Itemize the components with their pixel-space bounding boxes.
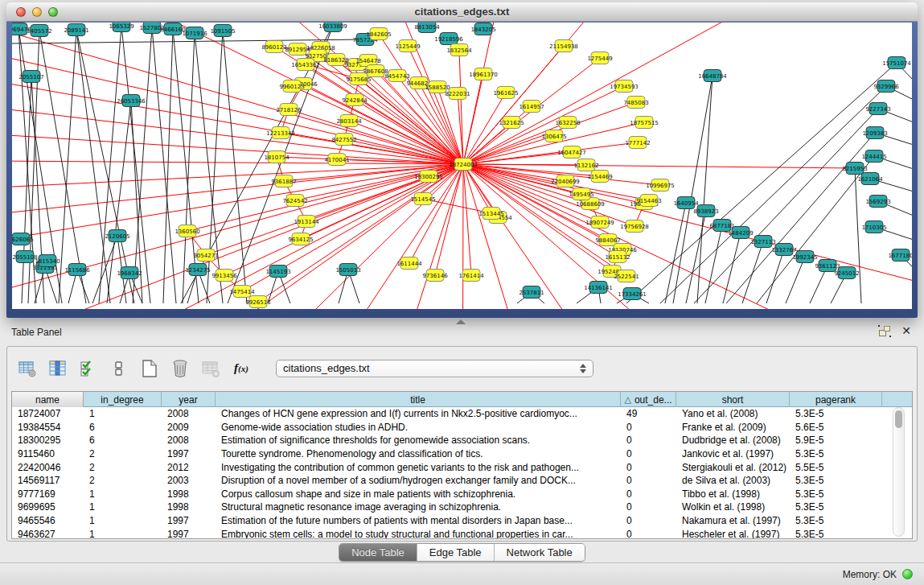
- close-panel-icon[interactable]: ✕: [901, 326, 911, 336]
- graph-node[interactable]: 1115686: [64, 264, 90, 276]
- table-row[interactable]: 1456911722003Disruption of a novel membe…: [12, 474, 912, 488]
- table-row[interactable]: 1872400712008Changes of HCN gene express…: [12, 407, 912, 421]
- graph-node[interactable]: 1968342: [117, 267, 142, 279]
- graph-node[interactable]: 1569293: [865, 196, 890, 208]
- graph-node[interactable]: 1071916: [182, 27, 207, 39]
- selection-mode-icon[interactable]: [78, 358, 99, 379]
- graph-node[interactable]: 1514545: [410, 193, 435, 205]
- graph-node[interactable]: 19218596: [434, 33, 463, 45]
- delete-column-icon[interactable]: [170, 358, 191, 379]
- tab-node-table[interactable]: Node Table: [339, 544, 417, 561]
- table-mode-icon[interactable]: [17, 358, 38, 379]
- column-header-title[interactable]: title: [216, 392, 621, 407]
- graph-node[interactable]: 1761414: [458, 270, 484, 282]
- graph-node[interactable]: 1677180: [888, 249, 912, 262]
- graph-node[interactable]: 1145193: [265, 266, 290, 278]
- graph-node[interactable]: 1360560: [175, 225, 199, 237]
- close-button[interactable]: [16, 7, 26, 17]
- graph-node[interactable]: 1091505: [210, 25, 235, 37]
- graph-node[interactable]: 1495495: [569, 188, 593, 200]
- graph-node[interactable]: 2055108: [12, 251, 37, 263]
- graph-node[interactable]: 10996975: [646, 179, 675, 192]
- graph-node[interactable]: 4170041: [324, 154, 349, 166]
- graph-node[interactable]: 1275449: [587, 52, 612, 64]
- graph-node[interactable]: 1234275: [185, 264, 210, 276]
- graph-node[interactable]: 2089141: [64, 24, 88, 36]
- graph-node[interactable]: 9245012: [834, 267, 859, 279]
- table-selector-dropdown[interactable]: citations_edges.txt: [276, 360, 593, 377]
- window-titlebar[interactable]: citations_edges.txt: [6, 2, 918, 22]
- graph-node[interactable]: 1321625: [499, 117, 524, 129]
- graph-node[interactable]: 1513445: [478, 208, 503, 220]
- graph-node[interactable]: 1710305: [861, 221, 886, 233]
- network-canvas[interactable]: 1969476140557220891411065329152780284661…: [12, 23, 912, 309]
- scrollbar-thumb[interactable]: [895, 410, 902, 428]
- graph-node[interactable]: 1132162: [573, 159, 598, 171]
- graph-node[interactable]: 26053346: [117, 95, 146, 107]
- graph-node[interactable]: 8427552: [331, 134, 356, 146]
- float-panel-icon[interactable]: [879, 326, 890, 336]
- graph-node[interactable]: 1961625: [493, 87, 518, 99]
- column-header-short[interactable]: short: [676, 392, 790, 407]
- graph-node[interactable]: 22040699: [551, 175, 580, 187]
- graph-node[interactable]: 19734593: [610, 80, 639, 93]
- graph-node[interactable]: 2537811: [519, 286, 544, 299]
- table-row[interactable]: 946362711997Embryonic stem cells: a mode…: [12, 527, 912, 538]
- graph-node[interactable]: 1244415: [861, 150, 886, 163]
- graph-node[interactable]: 19756928: [620, 220, 649, 233]
- graph-node[interactable]: 1505013: [335, 264, 360, 276]
- graph-node[interactable]: 7485083: [623, 97, 648, 109]
- graph-node[interactable]: 2120605: [105, 230, 129, 242]
- graph-node[interactable]: 9154463: [636, 195, 661, 207]
- graph-node[interactable]: 1842605: [366, 28, 391, 40]
- column-header-year[interactable]: year: [162, 392, 216, 407]
- tab-network-table[interactable]: Network Table: [495, 544, 585, 561]
- graph-node[interactable]: 1777142: [625, 137, 650, 149]
- minimize-button[interactable]: [32, 7, 42, 17]
- graph-node[interactable]: 16648784: [698, 70, 727, 82]
- graph-node[interactable]: 21154938: [549, 40, 578, 52]
- graph-node[interactable]: 8222031: [445, 88, 470, 100]
- graph-node[interactable]: 9960123: [279, 80, 304, 93]
- graph-node[interactable]: 18757515: [630, 117, 659, 129]
- graph-node[interactable]: 1843205: [470, 23, 495, 35]
- function-builder-icon[interactable]: f(x): [231, 358, 252, 379]
- graph-node[interactable]: 1405572: [27, 25, 51, 37]
- tab-edge-table[interactable]: Edge Table: [417, 544, 495, 561]
- column-header-pagerank[interactable]: pagerank: [790, 392, 882, 407]
- table-row[interactable]: 946554611997Estimation of the future num…: [12, 514, 912, 528]
- graph-node[interactable]: 9634125: [288, 233, 313, 245]
- graph-node[interactable]: 7624542: [282, 195, 307, 207]
- graph-node[interactable]: 9054271: [193, 249, 218, 262]
- graph-node[interactable]: 1832564: [446, 44, 472, 56]
- graph-node[interactable]: 1125449: [395, 40, 420, 52]
- graph-node[interactable]: 8960123: [261, 41, 286, 53]
- graph-node[interactable]: 1632258: [555, 117, 580, 129]
- graph-node[interactable]: 1154469: [587, 171, 612, 183]
- create-column-icon[interactable]: [139, 358, 160, 379]
- table-row[interactable]: 1830029562008Estimation of significance …: [12, 434, 912, 447]
- graph-node[interactable]: 1640954: [673, 197, 699, 209]
- graph-node[interactable]: 9175685: [346, 73, 371, 85]
- graph-node[interactable]: 9736146: [422, 270, 448, 282]
- graph-node[interactable]: 1621064: [857, 173, 883, 185]
- column-header-in_degree[interactable]: in_degree: [84, 392, 162, 407]
- vertical-scrollbar[interactable]: [893, 407, 905, 537]
- graph-node[interactable]: 16033809: [318, 23, 347, 32]
- column-header-out_de[interactable]: △out_de...: [621, 392, 676, 407]
- graph-node[interactable]: 1611444: [396, 257, 422, 270]
- row-options-icon[interactable]: [109, 358, 129, 379]
- graph-node[interactable]: 1614957: [519, 101, 544, 113]
- graph-node[interactable]: 1209383: [862, 127, 887, 139]
- table-row[interactable]: 911546021997Tourette syndrome. Phenomeno…: [12, 447, 912, 461]
- graph-node[interactable]: 1913144: [294, 216, 319, 228]
- graph-node[interactable]: 1992345: [792, 251, 817, 263]
- column-header-name[interactable]: name: [12, 392, 84, 407]
- zoom-button[interactable]: [48, 7, 58, 17]
- graph-node[interactable]: 8813054: [414, 23, 440, 33]
- graph-node[interactable]: 16047427: [557, 146, 586, 159]
- graph-node[interactable]: 9926513: [245, 296, 270, 308]
- graph-node[interactable]: 1815340: [35, 255, 60, 267]
- graph-node[interactable]: 15751074: [882, 57, 911, 69]
- graph-node[interactable]: 2055107: [18, 71, 43, 83]
